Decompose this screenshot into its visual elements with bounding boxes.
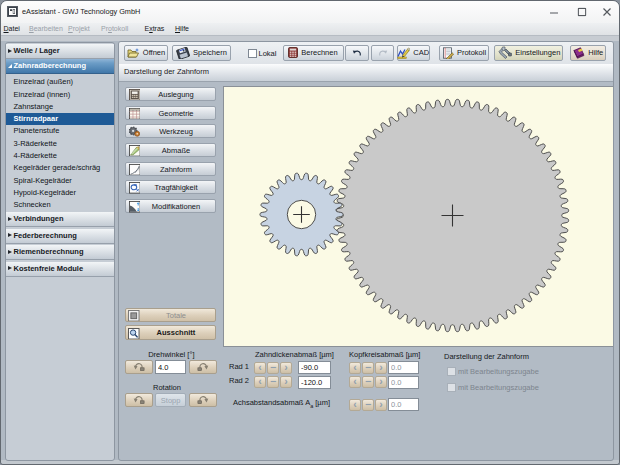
- bearbeitungszugabe-checkbox-2[interactable]: [447, 383, 456, 392]
- section-expanded-icon: [8, 64, 12, 68]
- maximize-icon: [578, 8, 587, 17]
- nav-button-label: Geometrie: [140, 107, 213, 119]
- rad1-kopfkreis-input[interactable]: [388, 361, 419, 374]
- spinner-button[interactable]: −: [362, 399, 374, 411]
- menu-item-projekt[interactable]: Projekt: [68, 23, 90, 34]
- rad1-label: Rad 1: [229, 362, 249, 371]
- sidebar-item-zahnstange[interactable]: Zahnstange: [6, 101, 114, 113]
- rad2-zahndicken-input[interactable]: [298, 376, 331, 389]
- spinner-button[interactable]: −: [267, 362, 279, 374]
- rad1-kopfkreis-spinner[interactable]: ‹−›: [349, 362, 387, 374]
- spinner-button[interactable]: ‹: [349, 399, 361, 411]
- sidebar-section-federberechnung[interactable]: Federberechnung: [6, 229, 114, 244]
- menu-item-extras[interactable]: Extras: [145, 23, 165, 34]
- stopp-button[interactable]: Stopp: [155, 393, 187, 407]
- rad1-zahndicken-input[interactable]: [298, 361, 331, 374]
- rad2-zahndicken-spinner[interactable]: ‹−›: [254, 376, 292, 388]
- spinner-button[interactable]: ‹: [349, 362, 361, 374]
- totale-button[interactable]: Totale: [125, 308, 216, 322]
- achsabstand-spinner[interactable]: ‹−›: [349, 399, 387, 411]
- spinner-button[interactable]: −: [362, 362, 374, 374]
- nav-button-label: Zahnform: [140, 163, 213, 175]
- save-button[interactable]: Speichern: [172, 45, 231, 61]
- nav-button-zahnform[interactable]: Zahnform: [125, 162, 216, 176]
- sidebar-section-verbindungen[interactable]: Verbindungen: [6, 212, 114, 227]
- menu-item-protokoll[interactable]: Protokoll: [101, 23, 128, 34]
- nav-button-modifikationen[interactable]: Modifikationen: [125, 199, 216, 213]
- spinner-button[interactable]: −: [267, 376, 279, 388]
- sidebar: Welle / LagerZahnradberechnungEinzelrad …: [5, 42, 115, 461]
- sidebar-section-riemenberechnung[interactable]: Riemenberechnung: [6, 245, 114, 260]
- maximize-button[interactable]: [570, 1, 594, 23]
- cad-button[interactable]: CAD: [397, 45, 430, 61]
- redo-button[interactable]: [371, 45, 394, 61]
- achsabstand-label-main: Achsabstandsabmaß A: [233, 398, 310, 407]
- spinner-button[interactable]: ›: [375, 399, 387, 411]
- sidebar-item-3-r-derkette[interactable]: 3-Räderkette: [6, 138, 114, 150]
- abma-e-icon: [129, 145, 141, 157]
- spinner-button[interactable]: ‹: [349, 376, 361, 388]
- achsabstand-label: Achsabstandsabmaß Aa [µm]: [233, 398, 330, 409]
- rotate-cw-button[interactable]: [189, 360, 217, 374]
- menu-item-datei[interactable]: Datei: [4, 23, 20, 34]
- menu-mnemonic: H: [175, 25, 180, 32]
- undo-icon: [352, 49, 362, 57]
- help-button[interactable]: Hilfe: [570, 45, 606, 61]
- drehwinkel-input[interactable]: [155, 360, 187, 374]
- menu-item-bearbeiten[interactable]: Bearbeiten: [29, 23, 63, 34]
- spinner-button[interactable]: ›: [280, 376, 292, 388]
- app-window: eAssistant - GWJ Technology GmbH DateiBe…: [0, 0, 620, 465]
- menu-item-hilfe[interactable]: Hilfe: [175, 23, 189, 34]
- achsabstand-input[interactable]: [388, 398, 419, 411]
- modifikationen-icon: [129, 201, 141, 213]
- spinner-button[interactable]: −: [362, 376, 374, 388]
- protocol-button[interactable]: Protokoll: [439, 45, 489, 61]
- sidebar-item-spiral-kegelr-der[interactable]: Spiral-Kegelräder: [6, 175, 114, 187]
- sidebar-item-kegelr-der-gerade-schr-g[interactable]: Kegelräder gerade/schräg: [6, 162, 114, 174]
- nav-button-auslegung[interactable]: Auslegung: [125, 87, 216, 101]
- sidebar-item-einzelrad-innen-[interactable]: Einzelrad (innen): [6, 89, 114, 101]
- zahndicken-label: Zahndickenabmaß [µm]: [255, 350, 334, 359]
- undo-button[interactable]: [345, 45, 369, 61]
- nav-button-geometrie[interactable]: Geometrie: [125, 106, 216, 120]
- settings-button-label: Einstellungen: [515, 48, 560, 57]
- help-button-label: Hilfe: [588, 48, 603, 57]
- nav-button-tragf-higkeit[interactable]: Tragfähigkeit: [125, 180, 216, 194]
- minimize-button[interactable]: [542, 1, 566, 23]
- rad2-kopfkreis-input[interactable]: [388, 376, 419, 389]
- spinner-button[interactable]: ›: [280, 362, 292, 374]
- settings-button[interactable]: Einstellungen: [494, 45, 563, 61]
- rotation-label: Rotation: [153, 383, 181, 392]
- rotation-cw-button[interactable]: [189, 393, 217, 407]
- close-icon: [603, 8, 612, 17]
- sidebar-section-label: Kostenfreie Module: [14, 264, 84, 273]
- spinner-button[interactable]: ›: [375, 362, 387, 374]
- sidebar-section-zahnradberechnung[interactable]: Zahnradberechnung: [6, 59, 114, 74]
- nav-button-abma-e[interactable]: Abmaße: [125, 143, 216, 157]
- sidebar-item-einzelrad-au-en-[interactable]: Einzelrad (außen): [6, 76, 114, 88]
- local-checkbox[interactable]: [248, 49, 257, 58]
- rotate-ccw-button[interactable]: [125, 360, 153, 374]
- spinner-button[interactable]: ‹: [254, 376, 266, 388]
- drehwinkel-label: Drehwinkel [°]: [148, 350, 194, 359]
- open-button[interactable]: Öffnen: [124, 45, 168, 61]
- spinner-button[interactable]: ›: [375, 376, 387, 388]
- sidebar-item-hypoid-kegelr-der[interactable]: Hypoid-Kegelräder: [6, 187, 114, 199]
- rad2-kopfkreis-spinner[interactable]: ‹−›: [349, 376, 387, 388]
- sidebar-section-welle-lager[interactable]: Welle / Lager: [6, 44, 114, 59]
- bearbeitungszugabe-checkbox-1[interactable]: [447, 367, 456, 376]
- close-button[interactable]: [595, 1, 619, 23]
- calculate-button[interactable]: Berechnen: [283, 45, 344, 61]
- rotation-ccw-button[interactable]: [125, 393, 153, 407]
- sidebar-item-schnecken[interactable]: Schnecken: [6, 199, 114, 211]
- sidebar-section-kostenfreie-module[interactable]: Kostenfreie Module: [6, 262, 114, 277]
- menu-bar: DateiBearbeitenProjektProtokollExtrasHil…: [1, 23, 619, 36]
- sidebar-item-4-r-derkette[interactable]: 4-Räderkette: [6, 150, 114, 162]
- sidebar-item-stirnradpaar[interactable]: Stirnradpaar: [6, 113, 114, 125]
- gear-canvas[interactable]: [223, 86, 614, 347]
- rad1-zahndicken-spinner[interactable]: ‹−›: [254, 362, 292, 374]
- ausschnitt-button[interactable]: Ausschnitt: [125, 325, 216, 339]
- nav-button-werkzeug[interactable]: Werkzeug: [125, 124, 216, 138]
- spinner-button[interactable]: ‹: [254, 362, 266, 374]
- sidebar-item-planetenstufe[interactable]: Planetenstufe: [6, 125, 114, 137]
